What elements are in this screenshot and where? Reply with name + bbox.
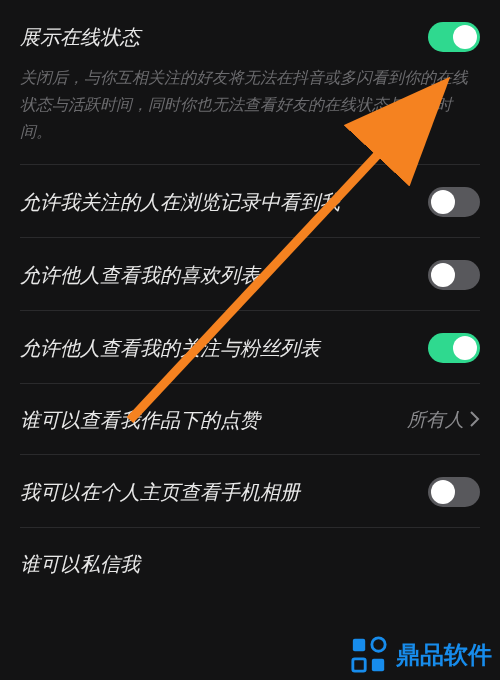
private-message-label: 谁可以私信我 [20, 550, 480, 578]
likes-list-label: 允许他人查看我的喜欢列表 [20, 261, 428, 289]
album-view-row: 我可以在个人主页查看手机相册 [20, 455, 480, 528]
online-status-toggle[interactable] [428, 22, 480, 52]
album-view-toggle[interactable] [428, 477, 480, 507]
work-likes-value: 所有人 [407, 407, 464, 433]
toggle-knob [453, 25, 477, 49]
private-message-row[interactable]: 谁可以私信我 [20, 528, 480, 598]
likes-list-toggle[interactable] [428, 260, 480, 290]
browsing-history-toggle[interactable] [428, 187, 480, 217]
online-status-label: 展示在线状态 [20, 23, 428, 51]
follow-fans-label: 允许他人查看我的关注与粉丝列表 [20, 334, 428, 362]
online-status-description: 关闭后，与你互相关注的好友将无法在抖音或多闪看到你的在线状态与活跃时间，同时你也… [20, 64, 480, 165]
album-view-label: 我可以在个人主页查看手机相册 [20, 478, 428, 506]
follow-fans-toggle[interactable] [428, 333, 480, 363]
work-likes-label: 谁可以查看我作品下的点赞 [20, 406, 407, 434]
browsing-history-label: 允许我关注的人在浏览记录中看到我 [20, 188, 428, 216]
work-likes-row[interactable]: 谁可以查看我作品下的点赞 所有人 [20, 384, 480, 455]
watermark-text: 鼎品软件 [396, 639, 492, 671]
toggle-knob [431, 263, 455, 287]
svg-rect-2 [353, 639, 365, 651]
watermark: 鼎品软件 [350, 636, 492, 674]
follow-fans-row: 允许他人查看我的关注与粉丝列表 [20, 311, 480, 384]
watermark-logo-icon [350, 636, 388, 674]
svg-rect-4 [353, 659, 365, 671]
online-status-row: 展示在线状态 [20, 0, 480, 60]
toggle-knob [453, 336, 477, 360]
toggle-knob [431, 480, 455, 504]
toggle-knob [431, 190, 455, 214]
svg-point-3 [372, 638, 385, 651]
work-likes-value-group: 所有人 [407, 407, 480, 433]
browsing-history-row: 允许我关注的人在浏览记录中看到我 [20, 165, 480, 238]
chevron-right-icon [470, 407, 480, 433]
likes-list-row: 允许他人查看我的喜欢列表 [20, 238, 480, 311]
svg-rect-5 [372, 659, 384, 671]
